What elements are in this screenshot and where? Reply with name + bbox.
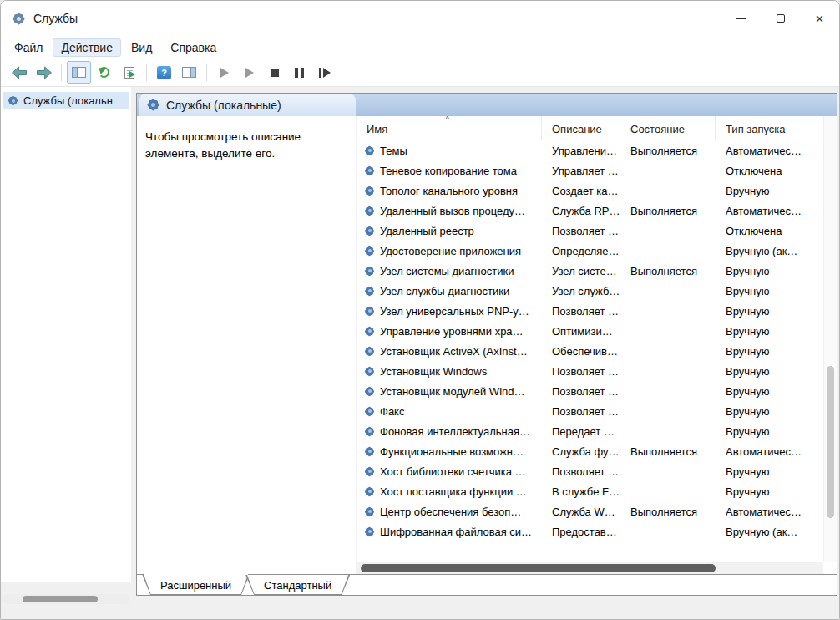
show-console-tree-button[interactable]: [67, 61, 91, 84]
refresh-button[interactable]: [92, 61, 116, 84]
table-row[interactable]: Установщик модулей Wind…Позволяет …Вручн…: [357, 381, 823, 401]
service-description: Предостав…: [542, 526, 620, 538]
resume-service-button[interactable]: [237, 61, 261, 84]
service-gear-icon: [364, 145, 375, 156]
service-description: Обеспечив…: [542, 345, 620, 358]
tree-horizontal-scrollbar[interactable]: [3, 594, 129, 604]
table-row[interactable]: Узел службы диагностикиУзел служб…Вручну…: [357, 281, 823, 301]
services-node-icon: [8, 95, 18, 106]
table-row[interactable]: Хост поставщика функции …В службе F…Вруч…: [357, 481, 823, 501]
service-name: Хост библиотеки счетчика …: [380, 465, 526, 478]
service-name: Хост поставщика функции …: [380, 485, 527, 498]
service-description: Оптимизи…: [542, 325, 620, 338]
column-header-startup-type[interactable]: Тип запуска: [716, 116, 823, 140]
table-row[interactable]: Хост библиотеки счетчика …Позволяет …Вру…: [357, 461, 823, 481]
menu-item[interactable]: Файл: [6, 38, 51, 57]
table-row[interactable]: Установщик ActiveX (AxInst…Обеспечив…Вру…: [357, 341, 823, 361]
table-row[interactable]: Узел универсальных PNP-у…Позволяет …Вруч…: [357, 301, 823, 321]
service-gear-icon: [364, 306, 375, 317]
results-pane-title: Службы (локальные): [166, 99, 281, 112]
table-row[interactable]: Удаленный вызов процеду…Служба RP…Выполн…: [357, 201, 823, 221]
toolbar-separator: [61, 64, 62, 81]
service-description: Управлени…: [542, 145, 620, 157]
restart-service-button[interactable]: [312, 61, 337, 84]
table-row[interactable]: Удостоверение приложенияОпределяе…Вручну…: [357, 241, 823, 261]
table-row[interactable]: ТемыУправлени…ВыполняетсяАвтоматичес…: [357, 140, 823, 160]
table-row[interactable]: Функциональные возможн…Служба фу…Выполня…: [357, 441, 823, 461]
service-gear-icon: [364, 486, 375, 497]
service-gear-icon: [364, 446, 375, 457]
service-startup-type: Вручную: [716, 325, 823, 338]
table-row[interactable]: Удаленный реестрПозволяет …Отключена: [357, 221, 823, 241]
description-panel: Чтобы просмотреть описание элемента, выд…: [137, 116, 356, 574]
service-gear-icon: [364, 286, 375, 297]
table-row[interactable]: Фоновая интеллектуальная…Передает …Вручн…: [357, 421, 823, 441]
show-action-pane-button[interactable]: [177, 61, 201, 84]
table-row[interactable]: ФаксПозволяет …Вручную: [357, 401, 823, 421]
back-button[interactable]: [7, 61, 31, 84]
service-name: Функциональные возможн…: [380, 445, 524, 458]
table-row[interactable]: Узел системы диагностикиУзел систе…Выпол…: [357, 261, 823, 281]
service-name: Управление уровнями хра…: [380, 325, 524, 338]
service-startup-type: Автоматичес…: [716, 145, 823, 157]
table-row[interactable]: Теневое копирование томаУправляет …Отклю…: [357, 160, 823, 180]
close-button[interactable]: ×: [800, 1, 839, 36]
window-title: Службы: [33, 12, 78, 25]
menu-item[interactable]: Справка: [162, 38, 225, 57]
help-button[interactable]: ?: [152, 61, 176, 84]
table-row[interactable]: Управление уровнями хра…Оптимизи…Вручную: [357, 321, 823, 341]
forward-arrow-icon: [36, 66, 53, 79]
close-icon: ×: [816, 12, 824, 26]
service-status: Выполняется: [620, 265, 716, 277]
table-row[interactable]: Шифрованная файловая си…Предостав…Вручну…: [357, 521, 823, 541]
tab-label: Расширенный: [160, 579, 231, 592]
console-tree-panel: Службы (локальн: [1, 87, 131, 582]
service-name: Установщик Windows: [380, 365, 487, 378]
toolbar-separator: [206, 64, 207, 81]
minimize-icon: [736, 18, 746, 19]
tab-standard[interactable]: Стандартный: [245, 575, 350, 595]
column-header-name[interactable]: Имя^: [357, 116, 542, 140]
table-horizontal-scrollbar-thumb[interactable]: [361, 564, 716, 572]
sort-ascending-icon: ^: [446, 116, 450, 125]
service-description: Позволяет …: [542, 465, 620, 478]
service-startup-type: Автоматичес…: [716, 445, 823, 458]
help-icon: ?: [157, 66, 171, 79]
tab-label: Стандартный: [264, 579, 331, 592]
service-name: Удаленный вызов процеду…: [380, 205, 525, 217]
table-vertical-scrollbar[interactable]: [823, 116, 837, 562]
service-description: Позволяет …: [542, 365, 620, 378]
tree-horizontal-scrollbar-thumb[interactable]: [23, 596, 98, 602]
table-row[interactable]: Установщик WindowsПозволяет …Вручную: [357, 361, 823, 381]
service-gear-icon: [364, 206, 375, 216]
services-window: Службы × ФайлДействиеВидСправка ?: [0, 0, 840, 620]
service-name: Центр обеспечения безоп…: [380, 506, 521, 518]
service-gear-icon: [364, 526, 375, 537]
table-vertical-scrollbar-thumb[interactable]: [827, 366, 834, 518]
tree-item-services-local[interactable]: Службы (локальн: [3, 92, 129, 109]
table-horizontal-scrollbar[interactable]: [357, 562, 823, 574]
services-table: Имя^ОписаниеСостояниеТип запуска ТемыУпр…: [356, 116, 837, 574]
service-name: Тополог канального уровня: [380, 185, 518, 197]
maximize-button[interactable]: [761, 1, 800, 36]
column-header-description[interactable]: Описание: [542, 116, 620, 140]
menu-item[interactable]: Действие: [53, 38, 121, 57]
forward-button[interactable]: [32, 61, 56, 84]
export-list-button[interactable]: [117, 61, 141, 84]
stop-service-button[interactable]: [262, 61, 286, 84]
column-header-status[interactable]: Состояние: [620, 116, 716, 140]
service-status: Выполняется: [620, 506, 716, 518]
table-row[interactable]: Центр обеспечения безоп…Служба W…Выполня…: [357, 501, 823, 521]
minimize-button[interactable]: [721, 1, 761, 36]
start-service-button[interactable]: [212, 61, 236, 84]
table-row[interactable]: Тополог канального уровняСоздает ка…Вруч…: [357, 180, 823, 201]
service-status: Выполняется: [620, 205, 716, 217]
restart-service-icon: [319, 68, 331, 78]
service-startup-type: Автоматичес…: [716, 506, 823, 518]
pause-service-button[interactable]: [287, 61, 311, 84]
service-startup-type: Вручную: [716, 345, 823, 358]
menu-item[interactable]: Вид: [123, 38, 160, 57]
service-gear-icon: [364, 246, 375, 257]
description-hint: Чтобы просмотреть описание элемента, выд…: [145, 129, 344, 161]
tab-extended[interactable]: Расширенный: [142, 575, 250, 595]
